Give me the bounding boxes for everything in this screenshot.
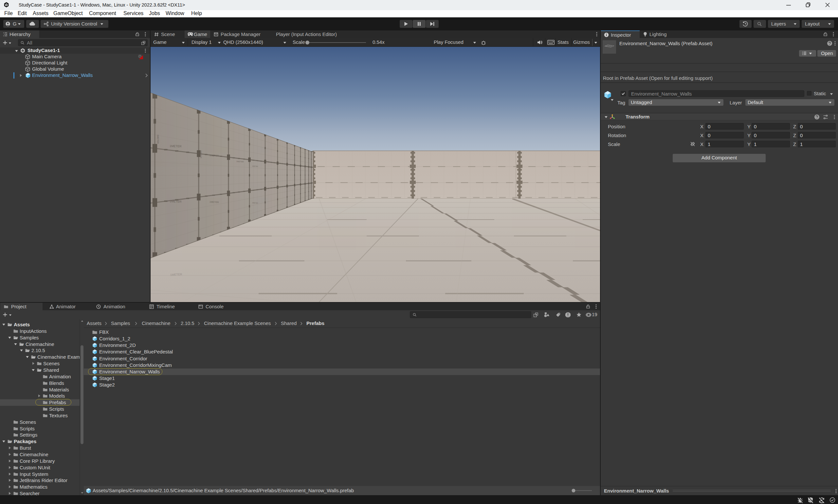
svg-text:1METER: 1METER [210, 201, 219, 203]
svg-text:1METER: 1METER [170, 144, 182, 148]
svg-text:1METER: 1METER [157, 134, 159, 144]
svg-text:1METER: 1METER [170, 200, 182, 203]
svg-text:1METER: 1METER [236, 160, 244, 163]
svg-text:1METER: 1METER [210, 154, 219, 157]
svg-text:1METER: 1METER [170, 273, 182, 276]
svg-text:1METER: 1METER [200, 150, 202, 158]
